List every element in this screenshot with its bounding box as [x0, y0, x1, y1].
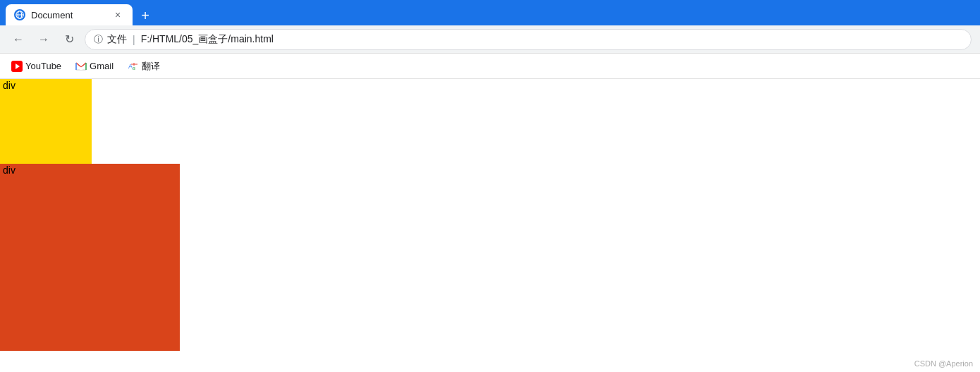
reload-button[interactable]: ↻ [59, 30, 79, 49]
svg-rect-5 [75, 61, 87, 72]
bookmark-gmail[interactable]: Gmail [70, 58, 119, 75]
bookmark-youtube-label: YouTube [25, 61, 61, 71]
bookmark-translate[interactable]: A a 翻译 [122, 57, 166, 76]
url-bar[interactable]: ⓘ 文件 | F:/HTML/05_画盒子/main.html [85, 29, 972, 50]
youtube-icon [11, 61, 23, 72]
gmail-icon [75, 61, 87, 72]
watermark: CSDN @Aperion [914, 359, 973, 368]
url-path: F:/HTML/05_画盒子/main.html [141, 33, 274, 46]
new-tab-button[interactable]: + [135, 6, 155, 25]
div-yellow-label: div [0, 79, 18, 92]
div-yellow-box: div [0, 79, 92, 164]
bookmark-translate-label: 翻译 [142, 60, 160, 73]
url-prefix: 文件 [107, 33, 127, 46]
url-separator: | [133, 34, 135, 45]
address-bar: ← → ↻ ⓘ 文件 | F:/HTML/05_画盒子/main.html [0, 25, 980, 54]
tab-title: Document [31, 10, 106, 20]
bookmark-gmail-label: Gmail [90, 61, 114, 71]
translate-icon: A a [128, 61, 139, 72]
browser-tab[interactable]: Document × [6, 4, 133, 25]
div-red-box: div [0, 164, 180, 351]
back-button[interactable]: ← [8, 30, 28, 49]
bookmark-youtube[interactable]: YouTube [6, 58, 67, 75]
forward-button[interactable]: → [34, 30, 54, 49]
svg-text:a: a [133, 66, 135, 71]
tab-close-button[interactable]: × [111, 8, 124, 21]
url-lock-icon: ⓘ [94, 33, 103, 46]
page-content: div div CSDN @Aperion [0, 79, 980, 372]
div-red-label: div [0, 163, 18, 177]
tab-favicon-icon [14, 9, 25, 20]
browser-title-bar: Document × + [0, 0, 980, 25]
tab-bar: Document × + [6, 0, 974, 25]
bookmarks-bar: YouTube Gmail A a 翻译 [0, 54, 980, 79]
